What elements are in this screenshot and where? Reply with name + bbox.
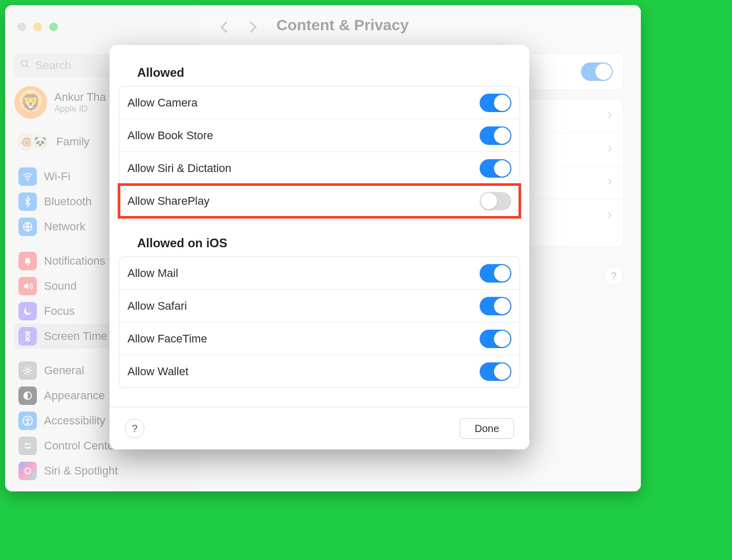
- back-button[interactable]: [217, 19, 232, 37]
- hourglass-icon: [18, 327, 37, 346]
- sidebar-item-label: General: [44, 364, 84, 377]
- svg-point-0: [21, 60, 28, 67]
- family-avatar-2: 🐼: [31, 133, 49, 151]
- sidebar-item-siri-spotlight[interactable]: Siri & Spotlight: [14, 458, 188, 483]
- appearance-icon: [18, 386, 37, 405]
- content-privacy-master-toggle[interactable]: [581, 62, 613, 81]
- family-avatars: 🐵 🐼: [17, 133, 49, 151]
- wifi-icon: [18, 167, 37, 186]
- svg-line-1: [27, 66, 29, 68]
- svg-point-5: [26, 369, 29, 372]
- row-allow-siri-dictation: Allow Siri & Dictation: [119, 152, 520, 185]
- row-label: Allow Book Store: [127, 129, 213, 142]
- close-window-button[interactable]: [17, 23, 26, 31]
- gear-icon: [18, 361, 37, 380]
- toggle-allow-safari[interactable]: [480, 297, 511, 315]
- globe-icon: [18, 218, 37, 236]
- sidebar-item-label: Control Cente: [44, 439, 114, 453]
- bluetooth-icon: [18, 192, 37, 211]
- toggle-allow-book-store[interactable]: [480, 126, 511, 145]
- section-title-allowed-ios: Allowed on iOS: [137, 236, 520, 250]
- help-button[interactable]: ?: [604, 266, 623, 286]
- search-icon: [20, 59, 35, 72]
- allowed-card: Allow Camera Allow Book Store Allow Siri…: [119, 86, 520, 218]
- bell-icon: [18, 252, 37, 270]
- row-label: Allow Mail: [127, 267, 178, 280]
- sidebar-item-label: Notifications: [44, 254, 105, 268]
- sidebar-item-label: Focus: [44, 305, 75, 318]
- row-label: Allow Wallet: [127, 365, 188, 378]
- sidebar-item-label: Siri & Spotlight: [44, 464, 118, 478]
- row-allow-wallet: Allow Wallet: [119, 355, 520, 387]
- toggle-allow-shareplay[interactable]: [480, 192, 511, 210]
- avatar: 🦁: [14, 86, 47, 119]
- search-placeholder: Search: [35, 59, 71, 72]
- row-label: Allow Safari: [127, 299, 187, 313]
- sheet-footer: ? Done: [110, 407, 529, 449]
- allowed-sheet: Allowed Allow Camera Allow Book Store Al…: [110, 45, 529, 449]
- row-label: Allow FaceTime: [127, 332, 207, 346]
- row-allow-mail: Allow Mail: [119, 257, 520, 290]
- section-title-allowed: Allowed: [137, 66, 520, 80]
- sidebar-item-label: Appearance: [44, 389, 105, 402]
- chevron-right-icon: [606, 209, 614, 223]
- minimize-window-button[interactable]: [33, 23, 42, 31]
- chevron-right-icon: [606, 142, 614, 157]
- forward-button[interactable]: [245, 19, 260, 37]
- toggle-allow-camera[interactable]: [480, 94, 511, 112]
- sidebar-item-label: Accessibility: [44, 414, 105, 427]
- svg-point-9: [25, 443, 27, 445]
- chevron-right-icon: [606, 176, 614, 190]
- row-allow-facetime: Allow FaceTime: [119, 322, 520, 355]
- row-allow-shareplay: Allow SharePlay: [119, 185, 520, 217]
- account-sub: Apple ID: [54, 104, 106, 114]
- allowed-ios-card: Allow Mail Allow Safari Allow FaceTime A…: [119, 256, 520, 388]
- sidebar-item-label: Bluetooth: [44, 195, 92, 208]
- row-label: Allow SharePlay: [127, 195, 209, 208]
- sheet-help-button[interactable]: ?: [125, 419, 144, 438]
- sidebar-item-label: Network: [44, 220, 85, 233]
- svg-point-10: [28, 446, 30, 448]
- svg-point-2: [27, 179, 29, 181]
- family-label: Family: [56, 135, 90, 148]
- sidebar-item-label: Screen Time: [44, 330, 107, 343]
- row-allow-safari: Allow Safari: [119, 290, 520, 322]
- chevron-right-icon: [606, 109, 614, 123]
- page-title: Content & Privacy: [276, 16, 408, 34]
- toggle-allow-wallet[interactable]: [480, 362, 511, 381]
- nav-arrows: [217, 19, 260, 37]
- row-label: Allow Siri & Dictation: [127, 162, 231, 175]
- done-button[interactable]: Done: [460, 418, 514, 439]
- toggle-allow-mail[interactable]: [480, 264, 511, 283]
- sidebar-item-label: Sound: [44, 279, 77, 293]
- moon-icon: [18, 302, 37, 320]
- row-allow-camera: Allow Camera: [119, 87, 520, 119]
- row-allow-book-store: Allow Book Store: [119, 119, 520, 152]
- maximize-window-button[interactable]: [49, 23, 58, 31]
- sidebar-item-label: Wi-Fi: [44, 170, 70, 183]
- siri-icon: [18, 462, 37, 480]
- toggle-allow-facetime[interactable]: [480, 330, 511, 348]
- svg-point-11: [25, 468, 31, 473]
- account-name: Ankur Tha: [54, 91, 106, 104]
- row-label: Allow Camera: [127, 96, 198, 110]
- sliders-icon: [18, 437, 37, 455]
- toggle-allow-siri-dictation[interactable]: [480, 159, 511, 178]
- svg-point-8: [27, 417, 28, 419]
- accessibility-icon: [18, 412, 37, 430]
- svg-point-4: [27, 264, 28, 265]
- window-controls: [17, 23, 58, 31]
- speaker-icon: [18, 277, 37, 295]
